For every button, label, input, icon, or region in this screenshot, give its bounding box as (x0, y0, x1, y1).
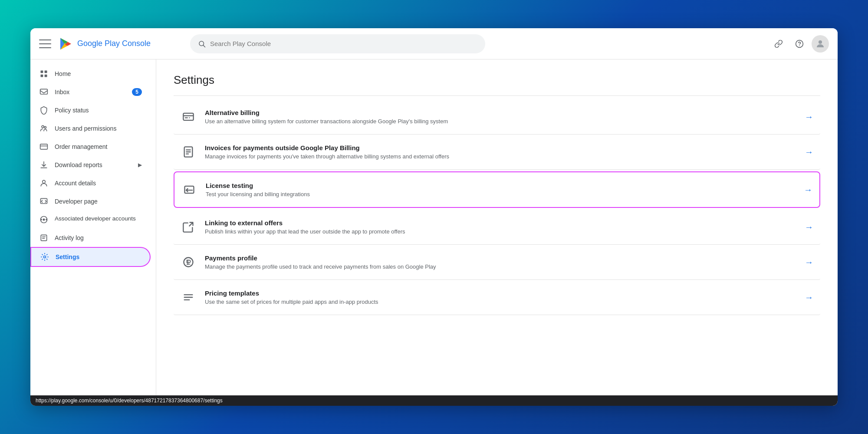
orders-icon (39, 142, 49, 151)
invoices-text: Invoices for payments outside Google Pla… (205, 144, 796, 160)
page-title: Settings (174, 73, 820, 87)
sidebar-item-label: Developer page (55, 198, 98, 205)
pricing-icon (181, 289, 196, 305)
sidebar-item-developer[interactable]: Developer page (30, 192, 151, 210)
svg-point-3 (799, 45, 800, 46)
associated-icon (39, 215, 49, 224)
search-input[interactable] (210, 40, 477, 47)
help-button[interactable] (791, 35, 808, 53)
svg-point-17 (43, 219, 45, 221)
linking-text: Linking to external offers Publish links… (205, 219, 796, 235)
license-title: License testing (206, 182, 795, 189)
svg-point-10 (42, 125, 44, 128)
header-actions (770, 35, 829, 53)
status-url: https://play.google.com/console/u/0/deve… (36, 398, 223, 404)
settings-item-payments[interactable]: Payments profile Manage the payments pro… (174, 245, 820, 280)
policy-icon (39, 105, 49, 115)
settings-item-invoices[interactable]: Invoices for payments outside Google Pla… (174, 135, 820, 170)
header: Google Play Console (30, 28, 838, 59)
alt-billing-desc: Use an alternative billing system for cu… (205, 118, 796, 125)
developer-icon (39, 197, 49, 206)
users-icon (39, 124, 49, 133)
svg-point-4 (819, 40, 822, 44)
svg-point-11 (44, 126, 46, 128)
sidebar-item-settings[interactable]: Settings (30, 247, 151, 267)
svg-point-14 (43, 180, 46, 183)
avatar-button[interactable] (812, 35, 829, 53)
arrow-icon: → (805, 293, 813, 302)
sidebar-item-label: Settings (56, 253, 79, 260)
body: Home Inbox 5 Policy status (30, 59, 838, 395)
svg-rect-12 (40, 144, 48, 149)
sidebar-item-label: Download reports (55, 161, 102, 168)
svg-point-19 (46, 219, 47, 220)
arrow-icon: → (805, 147, 813, 157)
svg-rect-26 (185, 117, 188, 118)
payments-title: Payments profile (205, 254, 796, 262)
link-icon (181, 219, 196, 235)
license-icon (181, 182, 197, 197)
hamburger-button[interactable] (39, 39, 51, 48)
sidebar-item-activity[interactable]: Activity log (30, 229, 151, 247)
svg-rect-6 (45, 71, 47, 73)
alt-billing-title: Alternative billing (205, 109, 796, 116)
status-bar: https://play.google.com/console/u/0/deve… (30, 395, 838, 406)
settings-item-license[interactable]: License testing Test your licensing and … (174, 171, 820, 208)
inbox-badge: 5 (132, 88, 142, 96)
sidebar-item-label: Account details (55, 180, 96, 187)
arrow-icon: → (804, 185, 812, 195)
sidebar: Home Inbox 5 Policy status (30, 59, 156, 395)
svg-rect-8 (45, 75, 47, 77)
billing-icon (181, 109, 196, 125)
license-text: License testing Test your licensing and … (206, 182, 795, 197)
sidebar-item-download[interactable]: Download reports ▶ (30, 156, 151, 174)
settings-icon (40, 252, 49, 262)
svg-line-1 (203, 45, 205, 47)
svg-rect-27 (189, 117, 190, 118)
sidebar-item-label: Associated developer accounts (55, 215, 136, 223)
arrow-icon: → (805, 257, 813, 267)
settings-item-alt-billing[interactable]: Alternative billing Use an alternative b… (174, 99, 820, 135)
logo: Google Play Console (58, 36, 180, 52)
search-icon (198, 40, 206, 48)
pricing-desc: Use the same set of prices for multiple … (205, 299, 796, 305)
main-content: Settings Alternative billing Use an alte… (156, 59, 838, 395)
arrow-icon: → (805, 112, 813, 122)
payments-text: Payments profile Manage the payments pro… (205, 254, 796, 270)
sidebar-item-account[interactable]: Account details (30, 174, 151, 192)
sidebar-item-associated[interactable]: Associated developer accounts (30, 210, 151, 229)
alt-billing-text: Alternative billing Use an alternative b… (205, 109, 796, 125)
payments-desc: Manage the payments profile used to trac… (205, 263, 796, 270)
activity-icon (39, 233, 49, 243)
invoice-icon (181, 144, 196, 160)
sidebar-item-label: Policy status (55, 107, 89, 114)
sidebar-item-label: Activity log (55, 234, 84, 241)
sidebar-item-inbox[interactable]: Inbox 5 (30, 83, 151, 101)
pricing-text: Pricing templates Use the same set of pr… (205, 289, 796, 305)
invoices-title: Invoices for payments outside Google Pla… (205, 144, 796, 151)
svg-point-34 (184, 258, 193, 267)
sidebar-item-home[interactable]: Home (30, 65, 151, 83)
search-bar[interactable] (190, 34, 485, 53)
sidebar-item-orders[interactable]: Order management (30, 138, 151, 156)
sidebar-item-label: Home (55, 70, 71, 77)
arrow-icon: → (805, 222, 813, 232)
svg-point-18 (41, 219, 42, 220)
invoices-desc: Manage invoices for payments you've take… (205, 153, 796, 160)
settings-item-linking[interactable]: Linking to external offers Publish links… (174, 210, 820, 245)
license-desc: Test your licensing and billing integrat… (206, 191, 795, 197)
home-icon (39, 69, 49, 79)
link-button[interactable] (770, 35, 787, 53)
sidebar-item-label: Order management (55, 143, 107, 150)
svg-rect-5 (41, 71, 43, 73)
download-icon (39, 160, 49, 170)
sidebar-item-label: Users and permissions (55, 125, 116, 132)
pricing-title: Pricing templates (205, 289, 796, 297)
sidebar-item-users[interactable]: Users and permissions (30, 119, 151, 138)
sidebar-item-policy[interactable]: Policy status (30, 101, 151, 119)
linking-title: Linking to external offers (205, 219, 796, 227)
svg-point-23 (44, 256, 46, 258)
logo-icon (58, 36, 74, 52)
chevron-icon: ▶ (138, 162, 142, 168)
settings-item-pricing[interactable]: Pricing templates Use the same set of pr… (174, 280, 820, 315)
